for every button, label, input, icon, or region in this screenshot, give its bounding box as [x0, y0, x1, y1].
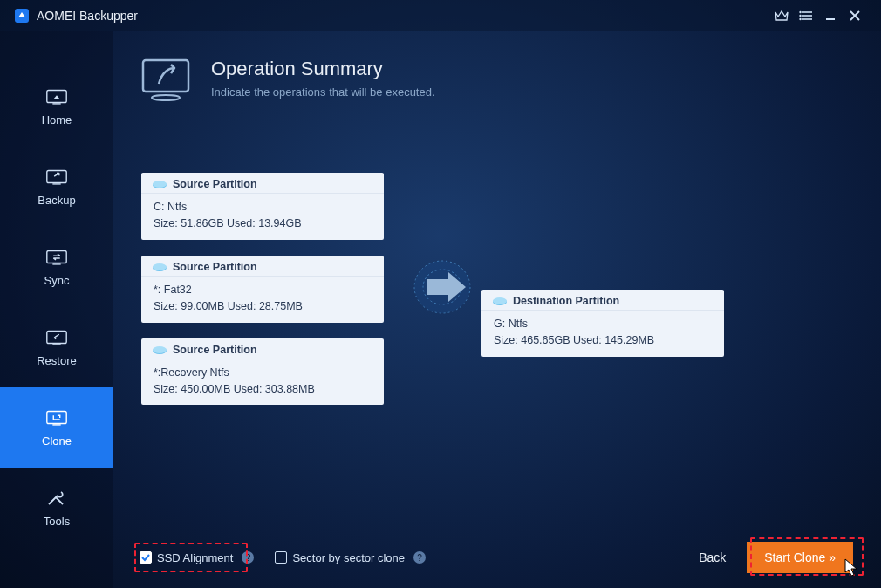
- sidebar-item-backup[interactable]: Backup: [0, 147, 113, 227]
- partition-size: Size: 99.00MB Used: 28.75MB: [154, 298, 372, 315]
- sector-clone-option[interactable]: Sector by sector clone ?: [275, 551, 426, 564]
- start-clone-button[interactable]: Start Clone »: [747, 542, 853, 573]
- crown-icon[interactable]: [769, 3, 794, 28]
- sidebar-item-clone[interactable]: Clone: [0, 387, 113, 468]
- disk-icon: [492, 297, 506, 305]
- arrow-right-icon: [403, 256, 481, 318]
- sidebar-item-sync[interactable]: Sync: [0, 227, 113, 307]
- svg-point-32: [493, 297, 507, 304]
- svg-rect-14: [47, 250, 66, 263]
- partitions-panel: Source Partition C: NtfsSize: 51.86GB Us…: [141, 173, 829, 405]
- card-head-label: Source Partition: [173, 344, 257, 356]
- sidebar-item-label: Clone: [42, 434, 72, 448]
- help-icon[interactable]: ?: [242, 551, 254, 564]
- sidebar-item-restore[interactable]: Restore: [0, 307, 113, 387]
- svg-point-6: [799, 18, 801, 20]
- sidebar-item-label: Restore: [37, 354, 77, 367]
- app-window: AOMEI Backupper Home Backup Sync Restore: [0, 0, 881, 588]
- main-content: Operation Summary Indicate the operation…: [113, 31, 881, 588]
- checkbox-checked-icon: [140, 551, 152, 564]
- help-icon[interactable]: ?: [413, 551, 426, 564]
- close-button[interactable]: [843, 3, 867, 28]
- menu-list-icon[interactable]: [794, 3, 818, 28]
- card-head-label: Destination Partition: [513, 295, 619, 307]
- restore-icon: [44, 328, 69, 347]
- source-partition-card[interactable]: Source Partition C: NtfsSize: 51.86GB Us…: [141, 173, 384, 240]
- ssd-alignment-option[interactable]: SSD Alignment ?: [140, 551, 254, 564]
- partition-name: C: Ntfs: [154, 199, 372, 215]
- partition-name: *: Fat32: [154, 282, 372, 298]
- sidebar: Home Backup Sync Restore Clone Tools: [0, 31, 113, 588]
- svg-rect-20: [143, 60, 188, 92]
- sidebar-item-home[interactable]: Home: [0, 66, 113, 147]
- source-partition-card[interactable]: Source Partition *: Fat32Size: 99.00MB U…: [141, 256, 384, 323]
- page-subtitle: Indicate the operations that will be exe…: [211, 85, 435, 99]
- summary-monitor-icon: [140, 58, 192, 103]
- card-head-label: Source Partition: [173, 261, 257, 273]
- svg-rect-16: [47, 331, 66, 343]
- partition-size: Size: 450.00MB Used: 303.88MB: [154, 381, 372, 398]
- titlebar: AOMEI Backupper: [0, 0, 881, 31]
- destination-partition-card[interactable]: Destination Partition G: NtfsSize: 465.6…: [481, 290, 724, 357]
- sidebar-item-label: Sync: [44, 274, 70, 287]
- option-label: SSD Alignment: [157, 551, 233, 564]
- disk-icon: [152, 180, 166, 188]
- backup-icon: [44, 168, 69, 187]
- page-title: Operation Summary: [211, 58, 435, 80]
- sidebar-item-label: Tools: [44, 515, 70, 528]
- clone-icon: [44, 408, 69, 427]
- disk-icon: [152, 263, 166, 271]
- app-title: AOMEI Backupper: [37, 9, 138, 23]
- partition-size: Size: 51.86GB Used: 13.94GB: [154, 215, 372, 232]
- minimize-button[interactable]: [818, 3, 843, 28]
- svg-rect-12: [47, 170, 66, 182]
- card-head-label: Source Partition: [173, 178, 257, 190]
- disk-icon: [152, 345, 166, 354]
- page-header: Operation Summary Indicate the operation…: [140, 58, 829, 103]
- app-logo-icon: [14, 8, 30, 24]
- source-partition-card[interactable]: Source Partition *:Recovery NtfsSize: 45…: [141, 338, 384, 406]
- checkbox-unchecked-icon: [275, 551, 287, 564]
- partition-name: G: Ntfs: [494, 316, 712, 332]
- sidebar-item-label: Backup: [38, 194, 75, 207]
- tools-icon: [44, 489, 69, 508]
- svg-point-21: [152, 95, 180, 100]
- partition-name: *:Recovery Ntfs: [154, 365, 372, 381]
- sync-icon: [44, 248, 69, 267]
- sidebar-item-tools[interactable]: Tools: [0, 468, 113, 548]
- svg-rect-18: [47, 411, 66, 423]
- svg-point-25: [153, 263, 167, 270]
- footer-bar: SSD Alignment ? Sector by sector clone ?…: [113, 527, 881, 588]
- svg-point-23: [153, 181, 167, 188]
- option-label: Sector by sector clone: [292, 551, 405, 564]
- back-button[interactable]: Back: [699, 550, 726, 564]
- home-icon: [44, 87, 69, 106]
- svg-point-5: [799, 15, 801, 17]
- svg-point-27: [153, 346, 167, 353]
- svg-point-4: [799, 11, 801, 13]
- partition-size: Size: 465.65GB Used: 145.29MB: [494, 332, 712, 349]
- sidebar-item-label: Home: [42, 113, 72, 126]
